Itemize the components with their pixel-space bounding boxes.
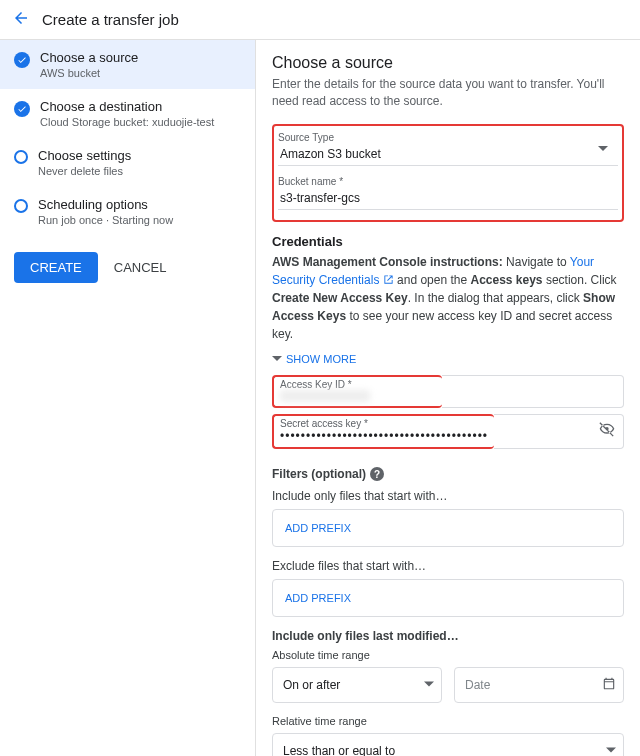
source-type-select[interactable]: Amazon S3 bucket [278, 143, 618, 166]
show-more-toggle[interactable]: SHOW MORE [272, 353, 624, 365]
abs-condition-select[interactable]: On or after [272, 667, 442, 703]
secret-key-value: •••••••••••••••••••••••••••••••••••••••• [280, 429, 488, 443]
check-icon [14, 150, 28, 164]
credentials-heading: Credentials [272, 234, 624, 249]
source-fields-highlight: Source Type Amazon S3 bucket Bucket name… [272, 124, 624, 222]
create-button[interactable]: CREATE [14, 252, 98, 283]
section-heading: Choose a source [272, 54, 624, 72]
help-icon[interactable]: ? [370, 467, 384, 481]
page-title: Create a transfer job [42, 11, 179, 28]
check-icon [14, 101, 30, 117]
check-icon [14, 199, 28, 213]
access-key-value-redacted [280, 390, 370, 402]
source-type-field: Source Type Amazon S3 bucket [278, 132, 618, 166]
main-content: Choose a source Enter the details for th… [256, 40, 640, 756]
rel-condition-select[interactable]: Less than or equal to [272, 733, 624, 756]
step-scheduling-options[interactable]: Scheduling optionsRun job once · Startin… [0, 187, 255, 236]
access-key-input[interactable] [442, 375, 624, 408]
add-exclude-prefix-button[interactable]: ADD PREFIX [272, 579, 624, 617]
bucket-name-field: Bucket name * [278, 176, 618, 210]
abs-date-input[interactable]: Date [454, 667, 624, 703]
credentials-instructions: AWS Management Console instructions: Nav… [272, 253, 624, 343]
visibility-off-icon[interactable] [599, 421, 615, 440]
step-choose-destination[interactable]: Choose a destinationCloud Storage bucket… [0, 89, 255, 138]
section-desc: Enter the details for the source data yo… [272, 76, 624, 110]
external-link-icon [383, 274, 394, 285]
sidebar: Choose a sourceAWS bucket Choose a desti… [0, 40, 256, 756]
step-choose-settings[interactable]: Choose settingsNever delete files [0, 138, 255, 187]
secret-key-input[interactable] [494, 414, 624, 449]
check-icon [14, 52, 30, 68]
bucket-name-input[interactable] [278, 187, 618, 210]
step-choose-source[interactable]: Choose a sourceAWS bucket [0, 40, 255, 89]
back-arrow-icon[interactable] [12, 9, 30, 30]
add-include-prefix-button[interactable]: ADD PREFIX [272, 509, 624, 547]
filters-heading: Filters (optional)? [272, 467, 624, 482]
cancel-button[interactable]: CANCEL [114, 260, 167, 275]
